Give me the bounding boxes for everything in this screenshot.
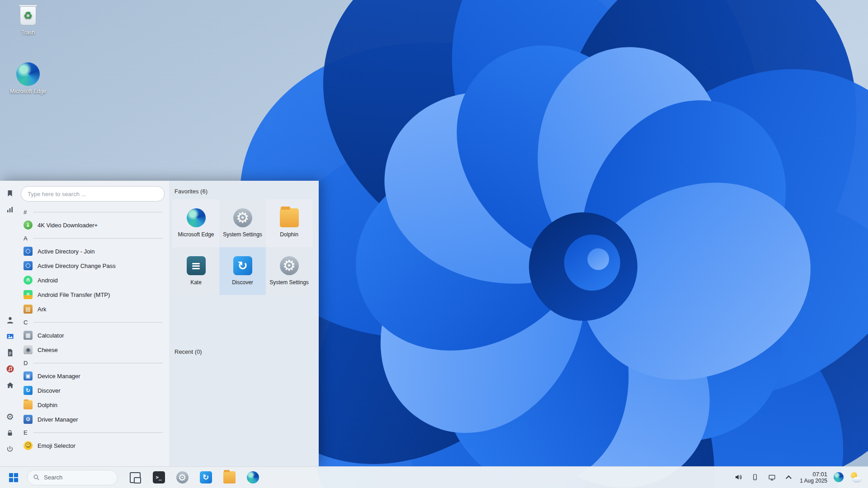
pictures-icon[interactable] xyxy=(4,330,16,343)
sun-cloud-icon xyxy=(850,472,861,483)
clock-time: 07:01 xyxy=(800,471,827,478)
clock[interactable]: 07:01 1 Aug 2025 xyxy=(800,471,827,484)
edge-icon xyxy=(247,471,259,483)
desktop-icon-label: Microsoft Edge xyxy=(10,88,46,94)
app-section-header: E xyxy=(21,427,165,438)
edge-icon xyxy=(834,472,844,482)
desktop-icon-trash[interactable]: ♻ Trash xyxy=(6,5,50,36)
discover-icon xyxy=(24,386,33,395)
app-section-header: A xyxy=(21,232,165,244)
user-icon[interactable] xyxy=(4,314,16,326)
task-view-icon xyxy=(130,472,141,483)
music-icon[interactable] xyxy=(4,362,16,375)
favorites-title: Favorites (6) xyxy=(175,188,314,195)
camera-icon xyxy=(24,345,33,354)
system-tray: 07:01 1 Aug 2025 xyxy=(733,471,863,484)
dolphin-folder-icon xyxy=(223,471,236,483)
taskbar-search[interactable]: Search xyxy=(27,470,118,485)
power-icon[interactable] xyxy=(4,443,16,455)
app-item-dolphin[interactable]: Dolphin xyxy=(21,398,165,412)
discover-button[interactable] xyxy=(197,469,214,486)
favorite-tile-discover[interactable]: Discover xyxy=(219,247,266,295)
app-item-calculator[interactable]: Calculator xyxy=(21,328,165,343)
system-settings-icon xyxy=(280,256,299,275)
favorites-grid: Microsoft Edge System Settings Dolphin K… xyxy=(173,199,314,295)
app-item-active-directory-join[interactable]: Active Directory - Join xyxy=(21,244,165,258)
app-section-header: # xyxy=(21,206,165,218)
start-menu-app-column: # 4K Video Downloader+ A Active Director… xyxy=(20,181,169,466)
favorite-tile-system-settings-2[interactable]: System Settings xyxy=(266,247,312,295)
4k-video-downloader-icon xyxy=(24,221,33,230)
clock-date: 1 Aug 2025 xyxy=(800,478,827,484)
app-item-4k-video-downloader[interactable]: 4K Video Downloader+ xyxy=(21,218,165,232)
search-icon xyxy=(33,474,40,481)
active-directory-icon xyxy=(24,261,33,270)
discover-icon xyxy=(233,256,252,275)
driver-manager-icon xyxy=(24,415,33,424)
desktop-icon-label: Trash xyxy=(21,29,35,36)
start-menu: ⚙ # 4K Video Downloader+ A xyxy=(0,181,319,466)
favorite-tile-system-settings[interactable]: System Settings xyxy=(219,199,266,247)
konsole-icon xyxy=(153,471,165,483)
system-settings-icon xyxy=(233,208,252,227)
edge-icon xyxy=(187,208,206,227)
emoji-icon xyxy=(24,441,33,450)
trash-icon: ♻ xyxy=(18,5,38,27)
folder-icon xyxy=(280,208,299,227)
favorite-tile-kate[interactable]: Kate xyxy=(173,247,219,295)
device-manager-icon xyxy=(24,371,33,380)
system-settings-button[interactable] xyxy=(174,469,191,486)
discover-icon xyxy=(200,471,212,483)
phone-icon[interactable] xyxy=(750,472,760,483)
app-section-header: D xyxy=(21,357,165,369)
settings-icon[interactable]: ⚙ xyxy=(4,410,16,423)
android-icon xyxy=(24,276,33,285)
pinned-apps xyxy=(127,469,261,486)
weather-icon[interactable] xyxy=(850,472,861,483)
folder-icon xyxy=(24,400,33,409)
app-item-driver-manager[interactable]: Driver Manager xyxy=(21,412,165,427)
konsole-button[interactable] xyxy=(150,469,167,486)
favorites-panel: Favorites (6) Microsoft Edge System Sett… xyxy=(169,181,319,466)
app-item-cheese[interactable]: Cheese xyxy=(21,343,165,357)
recent-title: Recent (0) xyxy=(175,348,314,355)
desktop: ♻ Trash Microsoft Edge xyxy=(0,0,868,488)
app-item-android[interactable]: Android xyxy=(21,273,165,287)
favorite-tile-microsoft-edge[interactable]: Microsoft Edge xyxy=(173,199,219,247)
start-button[interactable] xyxy=(5,469,23,487)
taskbar-search-label: Search xyxy=(44,474,62,481)
home-icon[interactable] xyxy=(4,379,16,391)
archive-icon xyxy=(24,305,33,314)
bookmark-icon[interactable] xyxy=(4,187,16,200)
app-item-ark[interactable]: Ark xyxy=(21,302,165,316)
kate-icon xyxy=(187,256,206,275)
start-menu-sidebar: ⚙ xyxy=(0,181,20,466)
edge-tray-icon[interactable] xyxy=(833,472,844,483)
volume-icon[interactable] xyxy=(733,472,744,483)
task-view-button[interactable] xyxy=(127,469,144,486)
windows-logo-icon xyxy=(9,473,18,482)
android-file-transfer-icon xyxy=(24,290,33,299)
taskbar: Search 07:01 1 Aug 2025 xyxy=(0,466,868,488)
app-section-header: C xyxy=(21,316,165,328)
usage-chart-icon[interactable] xyxy=(4,203,16,216)
app-item-discover[interactable]: Discover xyxy=(21,383,165,398)
calculator-icon xyxy=(24,331,33,340)
system-settings-icon xyxy=(176,471,189,483)
app-item-android-file-transfer[interactable]: Android File Transfer (MTP) xyxy=(21,287,165,302)
menu-search-input[interactable] xyxy=(21,186,165,202)
edge-button[interactable] xyxy=(244,469,261,486)
app-item-emoji-selector[interactable]: Emoji Selector xyxy=(21,438,165,453)
expand-tray-icon[interactable] xyxy=(783,472,794,483)
edge-icon xyxy=(16,62,40,86)
app-item-active-directory-change-pass[interactable]: Active Directory Change Pass xyxy=(21,258,165,273)
app-list: # 4K Video Downloader+ A Active Director… xyxy=(21,206,169,453)
desktop-icon-edge[interactable]: Microsoft Edge xyxy=(6,62,50,94)
favorite-tile-dolphin[interactable]: Dolphin xyxy=(266,199,312,247)
documents-icon[interactable] xyxy=(4,346,16,359)
lock-icon[interactable] xyxy=(4,427,16,439)
active-directory-icon xyxy=(24,247,33,256)
dolphin-button[interactable] xyxy=(221,469,238,486)
display-icon[interactable] xyxy=(766,472,777,483)
app-item-device-manager[interactable]: Device Manager xyxy=(21,369,165,383)
